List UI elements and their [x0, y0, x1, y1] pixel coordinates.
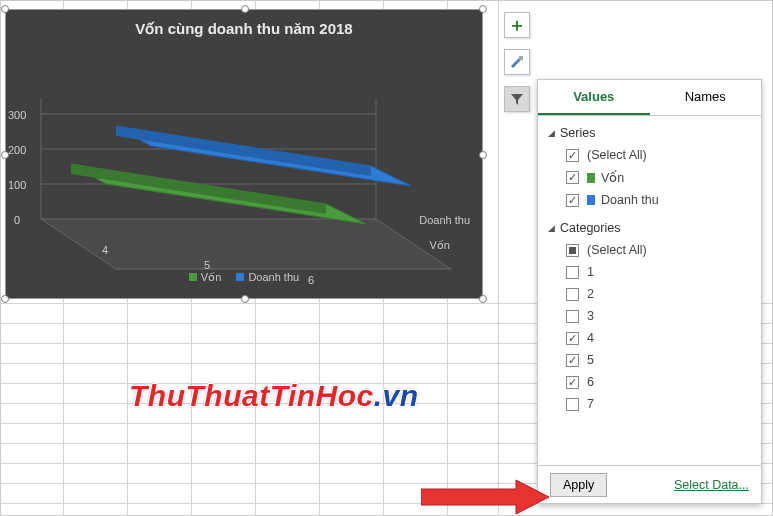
tab-names[interactable]: Names [650, 80, 762, 115]
apply-button[interactable]: Apply [550, 473, 607, 497]
checkbox-series-doanhthu[interactable] [566, 194, 579, 207]
annotation-arrow-icon [421, 477, 551, 516]
select-data-link[interactable]: Select Data... [674, 478, 749, 492]
checkbox-cat-6[interactable] [566, 376, 579, 389]
y-tick-100: 100 [8, 179, 26, 191]
chart-filters-button[interactable] [504, 86, 530, 112]
svg-marker-9 [116, 126, 371, 176]
checkbox-cat-1[interactable] [566, 266, 579, 279]
resize-handle[interactable] [241, 295, 249, 303]
legend-swatch-doanhthu [236, 273, 244, 281]
checkbox-cat-4[interactable] [566, 332, 579, 345]
series-header: Series [560, 126, 595, 140]
chart-styles-button[interactable] [504, 49, 530, 75]
checkbox-cat-7[interactable] [566, 398, 579, 411]
resize-handle[interactable] [1, 151, 9, 159]
categories-header: Categories [560, 221, 620, 235]
chart-filter-panel: Values Names ◢Series (Select All) Vốn Do… [537, 79, 762, 504]
resize-handle[interactable] [1, 295, 9, 303]
resize-handle[interactable] [479, 151, 487, 159]
checkbox-select-all-categories[interactable] [566, 244, 579, 257]
filter-tabs: Values Names [538, 80, 761, 116]
checkbox-cat-5[interactable] [566, 354, 579, 367]
filter-list[interactable]: ◢Series (Select All) Vốn Doanh thu ◢Cate… [538, 116, 761, 456]
svg-marker-11 [421, 480, 549, 514]
expander-icon[interactable]: ◢ [548, 128, 560, 138]
watermark-logo: ThuThuatTinHoc.vn [129, 379, 419, 413]
chart-plot-area: 0 100 200 300 4 5 6 Vốn Doanh thu [6, 44, 482, 244]
series-swatch [587, 195, 595, 205]
expander-icon[interactable]: ◢ [548, 223, 560, 233]
chart-elements-button[interactable]: ＋ [504, 12, 530, 38]
resize-handle[interactable] [479, 5, 487, 13]
z-label-von: Vốn [430, 239, 450, 252]
checkbox-cat-2[interactable] [566, 288, 579, 301]
checkbox-series-von[interactable] [566, 171, 579, 184]
y-tick-200: 200 [8, 144, 26, 156]
chart-legend: Vốn Doanh thu [6, 267, 482, 288]
svg-marker-7 [71, 164, 326, 214]
resize-handle[interactable] [479, 295, 487, 303]
resize-handle[interactable] [241, 5, 249, 13]
tab-values[interactable]: Values [538, 80, 650, 115]
z-label-doanhthu: Doanh thu [419, 214, 470, 226]
y-tick-0: 0 [14, 214, 20, 226]
chart-object[interactable]: Vốn cùng doanh thu năm 2018 0 100 200 30… [5, 9, 483, 299]
checkbox-select-all-series[interactable] [566, 149, 579, 162]
svg-rect-10 [519, 56, 523, 60]
x-tick-4: 4 [102, 244, 108, 256]
series-swatch [587, 173, 595, 183]
panel-footer: Apply Select Data... [538, 465, 761, 503]
y-tick-300: 300 [8, 109, 26, 121]
resize-handle[interactable] [1, 5, 9, 13]
chart-title: Vốn cùng doanh thu năm 2018 [6, 10, 482, 44]
checkbox-cat-3[interactable] [566, 310, 579, 323]
legend-swatch-von [189, 273, 197, 281]
